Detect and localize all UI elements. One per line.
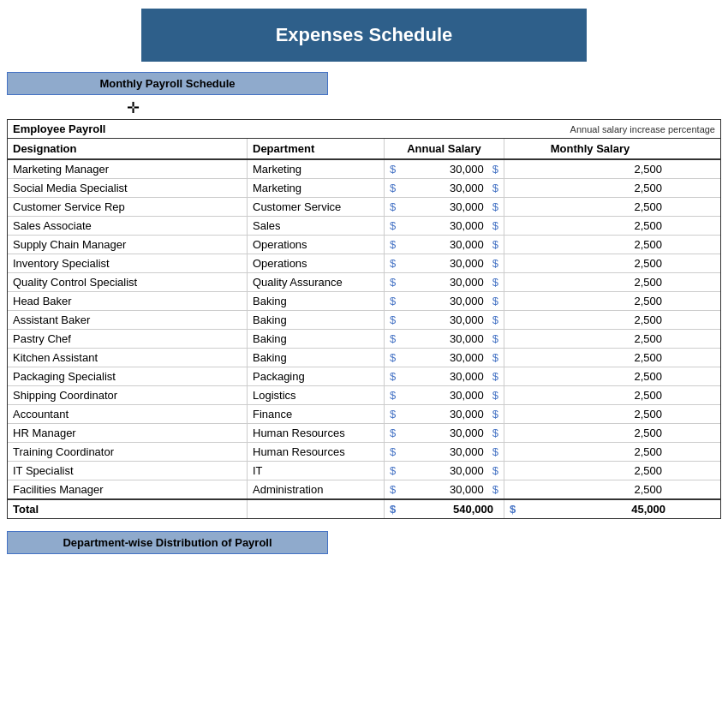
cell-designation: Supply Chain Manager <box>8 236 248 254</box>
cell-designation: Marketing Manager <box>8 160 248 178</box>
cell-annual-salary: $ 30,000 $ <box>385 160 504 178</box>
table-row: Supply Chain Manager Operations $ 30,000… <box>8 236 720 254</box>
table-row: IT Specialist IT $ 30,000 $ 2,500 <box>8 462 720 480</box>
cell-designation: Accountant <box>8 405 248 423</box>
table-row: Assistant Baker Baking $ 30,000 $ 2,500 <box>8 311 720 330</box>
table-row: Kitchen Assistant Baking $ 30,000 $ 2,50… <box>8 349 720 367</box>
table-row: Marketing Manager Marketing $ 30,000 $ 2… <box>8 160 720 179</box>
cell-annual-salary: $ 30,000 $ <box>385 386 504 404</box>
cell-annual-salary: $ 30,000 $ <box>385 443 504 461</box>
cell-annual-salary: $ 30,000 $ <box>385 462 504 480</box>
cell-annual-salary: $ 30,000 $ <box>385 273 504 291</box>
total-monthly: $ 45,000 <box>504 500 676 518</box>
cell-department: Customer Service <box>248 198 385 216</box>
cell-designation: Social Media Specialist <box>8 179 248 197</box>
payroll-section-header: Monthly Payroll Schedule <box>7 72 328 95</box>
table-row: HR Manager Human Resources $ 30,000 $ 2,… <box>8 424 720 443</box>
total-row: Total $ 540,000 $ 45,000 <box>8 498 720 518</box>
cell-monthly-salary: 2,500 <box>504 160 676 178</box>
cell-department: Administration <box>248 480 385 498</box>
annual-increase-label: Annual salary increase percentage <box>570 124 715 134</box>
cell-designation: Packaging Specialist <box>8 367 248 385</box>
cursor-icon: ✛ <box>127 99 140 116</box>
cell-monthly-salary: 2,500 <box>504 462 676 480</box>
cell-monthly-salary: 2,500 <box>504 367 676 385</box>
table-row: Facilities Manager Administration $ 30,0… <box>8 480 720 498</box>
cell-monthly-salary: 2,500 <box>504 217 676 235</box>
cell-monthly-salary: 2,500 <box>504 349 676 367</box>
table-row: Quality Control Specialist Quality Assur… <box>8 273 720 292</box>
table-row: Sales Associate Sales $ 30,000 $ 2,500 <box>8 217 720 236</box>
cell-designation: Training Coordinator <box>8 443 248 461</box>
cell-department: Sales <box>248 217 385 235</box>
table-row: Shipping Coordinator Logistics $ 30,000 … <box>8 386 720 405</box>
cell-monthly-salary: 2,500 <box>504 443 676 461</box>
cell-annual-salary: $ 30,000 $ <box>385 330 504 348</box>
col-annual-salary: Annual Salary <box>385 139 504 158</box>
cell-monthly-salary: 2,500 <box>504 386 676 404</box>
col-monthly-salary: Monthly Salary <box>504 139 676 158</box>
cell-designation: Customer Service Rep <box>8 198 248 216</box>
payroll-header-row: Employee Payroll Annual salary increase … <box>8 120 720 139</box>
cell-annual-salary: $ 30,000 $ <box>385 198 504 216</box>
cell-designation: Kitchen Assistant <box>8 349 248 367</box>
cell-department: Human Resources <box>248 424 385 442</box>
cell-designation: Inventory Specialist <box>8 254 248 272</box>
cell-monthly-salary: 2,500 <box>504 254 676 272</box>
cell-designation: Sales Associate <box>8 217 248 235</box>
cell-monthly-salary: 2,500 <box>504 292 676 310</box>
table-body: Marketing Manager Marketing $ 30,000 $ 2… <box>8 160 720 498</box>
cell-designation: Pastry Chef <box>8 330 248 348</box>
cell-department: Baking <box>248 292 385 310</box>
cell-annual-salary: $ 30,000 $ <box>385 311 504 329</box>
cell-department: Baking <box>248 349 385 367</box>
cell-department: Finance <box>248 405 385 423</box>
table-row: Customer Service Rep Customer Service $ … <box>8 198 720 217</box>
total-dept <box>248 500 385 518</box>
cell-department: Logistics <box>248 386 385 404</box>
cell-monthly-salary: 2,500 <box>504 480 676 498</box>
table-row: Training Coordinator Human Resources $ 3… <box>8 443 720 462</box>
cell-department: Baking <box>248 330 385 348</box>
col-designation: Designation <box>8 139 248 158</box>
cell-designation: IT Specialist <box>8 462 248 480</box>
cell-annual-salary: $ 30,000 $ <box>385 217 504 235</box>
cell-department: Marketing <box>248 179 385 197</box>
table-row: Social Media Specialist Marketing $ 30,0… <box>8 179 720 198</box>
payroll-table: Employee Payroll Annual salary increase … <box>7 119 721 519</box>
cell-designation: Quality Control Specialist <box>8 273 248 291</box>
cell-annual-salary: $ 30,000 $ <box>385 424 504 442</box>
cell-annual-salary: $ 30,000 $ <box>385 367 504 385</box>
cursor-area: ✛ <box>7 98 721 117</box>
cell-department: Baking <box>248 311 385 329</box>
cell-department: Marketing <box>248 160 385 178</box>
total-label: Total <box>8 500 248 518</box>
cell-annual-salary: $ 30,000 $ <box>385 480 504 498</box>
cell-designation: Shipping Coordinator <box>8 386 248 404</box>
page-title: Expenses Schedule <box>276 24 453 45</box>
cell-monthly-salary: 2,500 <box>504 424 676 442</box>
payroll-table-label: Employee Payroll <box>13 122 105 135</box>
page-container: Expenses Schedule Monthly Payroll Schedu… <box>0 0 728 563</box>
cell-designation: Assistant Baker <box>8 311 248 329</box>
table-row: Inventory Specialist Operations $ 30,000… <box>8 254 720 273</box>
cell-annual-salary: $ 30,000 $ <box>385 254 504 272</box>
cell-monthly-salary: 2,500 <box>504 179 676 197</box>
distribution-section-header: Department-wise Distribution of Payroll <box>7 531 328 554</box>
cell-monthly-salary: 2,500 <box>504 405 676 423</box>
cell-department: Operations <box>248 236 385 254</box>
cell-annual-salary: $ 30,000 $ <box>385 349 504 367</box>
cell-department: IT <box>248 462 385 480</box>
cell-department: Human Resources <box>248 443 385 461</box>
cell-annual-salary: $ 30,000 $ <box>385 179 504 197</box>
cell-monthly-salary: 2,500 <box>504 198 676 216</box>
cell-monthly-salary: 2,500 <box>504 311 676 329</box>
total-annual: $ 540,000 <box>385 500 504 518</box>
cell-annual-salary: $ 30,000 $ <box>385 292 504 310</box>
cell-monthly-salary: 2,500 <box>504 236 676 254</box>
table-row: Packaging Specialist Packaging $ 30,000 … <box>8 367 720 386</box>
cell-designation: Head Baker <box>8 292 248 310</box>
cell-designation: HR Manager <box>8 424 248 442</box>
column-headers: Designation Department Annual Salary Mon… <box>8 139 720 160</box>
cell-department: Packaging <box>248 367 385 385</box>
